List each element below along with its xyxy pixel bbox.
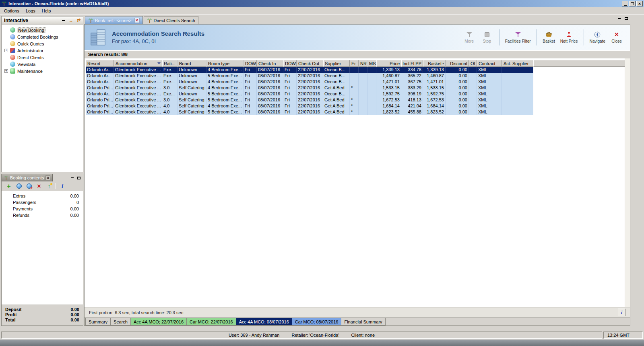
panel-minimize-icon[interactable] (60, 17, 67, 24)
column-header-ms[interactable]: MS (367, 60, 376, 67)
cell-accommodation: Glenbrook Executive ... (114, 73, 162, 79)
bottom-tab-car-mco-22-07-2016[interactable]: Car MCO; 22/07/2016 (186, 318, 236, 325)
sidebar-item-quick-quotes[interactable]: Quick Quotes (2, 40, 83, 47)
palm-icon (88, 18, 93, 23)
tab-direct-clients-search[interactable]: Direct Clients Search (144, 16, 198, 24)
sidebar-item-completed-bookings[interactable]: Completed Bookings (2, 33, 83, 40)
menubar: OptionsLogsHelp (0, 7, 644, 14)
bottom-tab-acc-4a-mco-22-07-2016[interactable]: Acc 4A MCO; 22/07/2016 (130, 318, 187, 325)
column-header-nr[interactable]: NR (359, 60, 367, 67)
bottom-tab-acc-4a-mco-08-07-2016[interactable]: Acc 4A MCO; 08/07/2016 (236, 318, 292, 325)
menu-item-logs[interactable]: Logs (23, 8, 39, 14)
cell-check-in: 08/07/2016 (257, 109, 283, 115)
close-tab-icon[interactable]: × (134, 18, 140, 23)
cell-er (350, 91, 359, 97)
cell-of (469, 109, 477, 115)
cell-accommodation: Glenbrook Executive ... (114, 97, 162, 103)
result-row[interactable]: Orlando Ar...Glenbrook Executive ...Exe.… (86, 79, 533, 85)
interactive-panel-header: Interactive → ⇄ (2, 16, 83, 25)
facilities-filter-button[interactable]: Facilities Filter (503, 28, 533, 47)
minimize-icon[interactable] (622, 1, 628, 6)
sidebar-item-new-booking[interactable]: New Booking (2, 27, 83, 33)
cell-of (469, 97, 477, 103)
page-title: Accommodation Search Results (112, 30, 204, 37)
result-row[interactable]: Orlando Pri...Glenbrook Executive ...3.0… (86, 97, 533, 103)
result-row[interactable]: Orlando Pri...Glenbrook Executive ...3.0… (86, 85, 533, 91)
column-header-act-supplier[interactable]: Act. Supplier (502, 60, 533, 67)
panel-maximize-icon[interactable] (76, 175, 82, 181)
cell-supplier: Ocean B... (323, 67, 350, 73)
info-button[interactable]: i (618, 309, 625, 316)
view-minimize-icon[interactable] (616, 16, 622, 21)
booking-total-label: Deposit (5, 307, 71, 312)
result-row[interactable]: Orlando Pri...Glenbrook Executive ...4.0… (86, 103, 533, 109)
sidebar-item-direct-clients[interactable]: Direct Clients (2, 54, 83, 61)
sidebar-item-administrator[interactable]: +Administrator (2, 47, 83, 54)
titlebar: Interactive - Ocean-Florida (code: wHvD1… (0, 0, 644, 7)
sidebar-item-maintenance[interactable]: +Maintenance (2, 68, 83, 74)
booking-tool-export-globe-icon[interactable] (25, 183, 33, 190)
column-header-incl-fl-pp[interactable]: Incl.Fl.PP (401, 60, 423, 67)
close-window-icon[interactable]: × (636, 1, 643, 6)
cell-check-in: 08/07/2016 (257, 97, 283, 103)
tab-book-ref-none[interactable]: Book. ref.: <none>× (85, 16, 143, 24)
table-scrollbar[interactable] (625, 58, 630, 307)
result-row[interactable]: Orlando Ar...Glenbrook Executive ...Exe.… (86, 67, 533, 73)
view-maximize-icon[interactable] (623, 16, 629, 21)
booking-tool-add-icon[interactable] (5, 183, 12, 190)
cell-rati: 4.0 (162, 103, 178, 109)
column-header-price[interactable]: Price (376, 60, 401, 67)
column-header-check-in[interactable]: Check In (257, 60, 283, 67)
bottom-tab-car-mco-08-07-2016[interactable]: Car MCO; 08/07/2016 (292, 318, 342, 325)
menu-item-help[interactable]: Help (39, 8, 54, 14)
close-panel-icon[interactable]: × (45, 175, 50, 180)
column-header-supplier[interactable]: Supplier (323, 60, 350, 67)
menu-item-options[interactable]: Options (1, 8, 23, 14)
interactive-panel-buttons: → ⇄ (60, 17, 82, 24)
column-header-of[interactable]: Of (469, 60, 477, 67)
booking-tool-globe-icon[interactable] (15, 183, 23, 190)
sidebar-item-label: Maintenance (17, 69, 43, 74)
panel-minimize-icon[interactable] (69, 175, 75, 181)
column-header-label: Contract (479, 61, 495, 66)
result-row[interactable]: Orlando Pri...Glenbrook Executive ...4.0… (86, 109, 533, 115)
column-header-accommodation[interactable]: Accommodation (114, 60, 162, 67)
cell-accommodation: Glenbrook Executive ... (114, 109, 162, 115)
cell-dow: Fri (244, 85, 257, 91)
column-header-label: NR (360, 61, 367, 66)
cell-er (350, 67, 359, 73)
column-header-check-out[interactable]: Check Out (297, 60, 323, 67)
column-header-discount[interactable]: Discount (446, 60, 469, 67)
bottom-tab-search[interactable]: Search (110, 318, 131, 325)
navigate-button[interactable]: Navigate (588, 28, 607, 47)
nett-price-button[interactable]: Nett Price (558, 28, 580, 47)
column-header-dow[interactable]: DOW (244, 60, 257, 67)
panel-link-icon[interactable]: ⇄ (75, 17, 82, 24)
result-row[interactable]: Orlando Ar...Glenbrook Executive ...Exe.… (86, 73, 533, 79)
column-header-resort[interactable]: Resort (86, 60, 114, 67)
booking-tool-promote-icon[interactable] (45, 183, 53, 190)
sidebar-item-viewdata[interactable]: Viewdata (2, 61, 83, 68)
column-header-room-type[interactable]: Room type (206, 60, 244, 67)
maximize-icon[interactable] (629, 1, 636, 6)
expand-icon[interactable]: + (4, 49, 8, 52)
column-header-board[interactable]: Board (178, 60, 206, 67)
info-icon (62, 183, 63, 189)
column-header-dow[interactable]: DOW (283, 60, 297, 67)
column-header-er[interactable]: Er (350, 60, 359, 67)
booking-tool-delete-icon[interactable] (35, 183, 43, 190)
column-header-rati[interactable]: Rati... (162, 60, 178, 67)
close-button[interactable]: ×Close (608, 28, 625, 47)
expand-icon[interactable]: + (4, 69, 8, 73)
booking-contents-tab[interactable]: Booking contents × (2, 174, 53, 181)
result-row[interactable]: Orlando Ar...Glenbrook Executive ...Exe.… (86, 91, 533, 97)
cell-of (469, 67, 477, 73)
bottom-tab-financial-summary[interactable]: Financial Summary (341, 318, 385, 325)
bottom-tab-summary[interactable]: Summary (85, 318, 111, 325)
cell-incl-fl-pp: 398.19 (401, 91, 423, 97)
booking-tool-info-icon[interactable] (59, 183, 66, 190)
panel-forward-icon[interactable]: → (68, 17, 74, 24)
column-header-contract[interactable]: Contract (477, 60, 502, 67)
basket-button[interactable]: Basket (541, 28, 557, 47)
column-header-basket[interactable]: Basket▾ (423, 60, 446, 67)
